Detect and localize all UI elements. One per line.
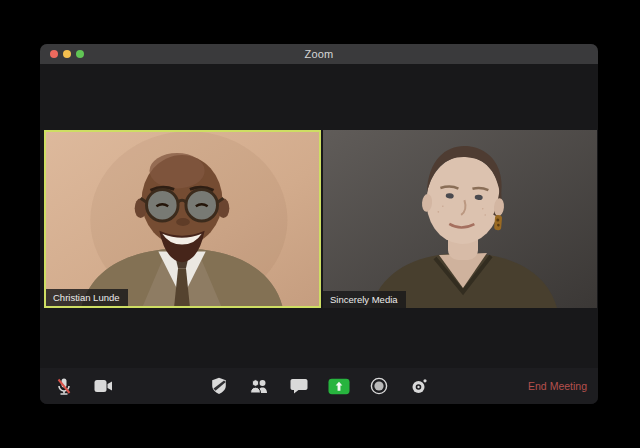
participant-video — [323, 130, 597, 308]
close-button-icon[interactable] — [50, 50, 58, 58]
title-bar[interactable]: Zoom — [40, 44, 598, 64]
participants-icon — [249, 378, 269, 394]
security-shield-icon — [211, 377, 227, 395]
toolbar-right-group: End Meeting — [528, 368, 587, 404]
window-title: Zoom — [305, 48, 334, 60]
record-button[interactable] — [368, 375, 390, 397]
participant-name-label: Sincerely Media — [323, 291, 406, 309]
participant-name-label: Christian Lunde — [46, 289, 128, 307]
video-tile-christian-lunde[interactable]: Christian Lunde — [44, 130, 321, 308]
chat-bubble-icon — [290, 378, 308, 394]
video-camera-icon — [94, 379, 113, 393]
chat-button[interactable] — [288, 375, 310, 397]
minimize-button-icon[interactable] — [63, 50, 71, 58]
fullscreen-button-icon[interactable] — [76, 50, 84, 58]
share-screen-icon — [328, 378, 350, 395]
reactions-button[interactable] — [408, 375, 430, 397]
mute-button[interactable] — [53, 375, 75, 397]
stop-video-button[interactable] — [92, 375, 114, 397]
toolbar-center-group — [208, 375, 430, 397]
record-icon — [370, 377, 388, 395]
reactions-timer-icon — [410, 377, 428, 395]
microphone-muted-icon — [55, 377, 73, 396]
end-meeting-button[interactable]: End Meeting — [528, 380, 587, 392]
zoom-window: Zoom — [40, 44, 598, 404]
security-button[interactable] — [208, 375, 230, 397]
participant-video — [46, 132, 319, 306]
toolbar-left-group — [40, 375, 114, 397]
meeting-toolbar: End Meeting — [40, 368, 598, 404]
participants-button[interactable] — [248, 375, 270, 397]
video-tile-sincerely-media[interactable]: Sincerely Media — [323, 130, 597, 308]
traffic-lights — [50, 44, 84, 64]
video-stage: Christian Lunde — [40, 64, 598, 368]
share-screen-button[interactable] — [328, 375, 350, 397]
